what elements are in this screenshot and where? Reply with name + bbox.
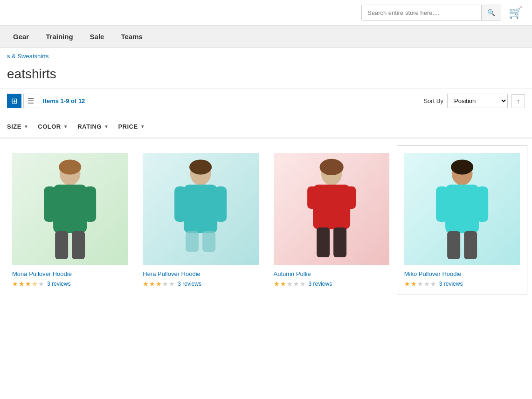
svg-rect-12 xyxy=(202,231,215,252)
svg-rect-17 xyxy=(345,186,355,209)
sort-direction-button[interactable]: ↑ xyxy=(511,94,525,108)
stars-hera: ★ ★ ★ ★ ★ xyxy=(143,280,175,288)
rating-chevron-icon: ▼ xyxy=(104,124,109,129)
product-image-hera[interactable] xyxy=(143,153,258,265)
size-chevron-icon: ▼ xyxy=(24,124,28,129)
items-total: 12 xyxy=(78,97,85,104)
product-card-miko: Miko Pullover Hoodie ★ ★ ★ ★ ★ 3 reviews xyxy=(397,145,527,295)
filter-size-button[interactable]: SIZE ▼ xyxy=(7,120,38,133)
toolbar-left: ⊞ ☰ Items 1-9 of 12 xyxy=(7,94,85,108)
svg-point-13 xyxy=(189,159,212,174)
nav-item-gear[interactable]: Gear xyxy=(5,26,37,48)
svg-rect-18 xyxy=(317,227,330,257)
sort-select[interactable]: Position Name Price xyxy=(447,94,508,108)
price-chevron-icon: ▼ xyxy=(140,124,145,129)
sort-label: Sort By xyxy=(423,97,443,104)
svg-rect-5 xyxy=(72,231,85,259)
items-count: Items 1-9 of 12 xyxy=(43,97,85,104)
nav-item-training[interactable]: Training xyxy=(37,26,81,48)
reviews-link-mona[interactable]: 3 reviews xyxy=(47,281,71,287)
view-grid-button[interactable]: ⊞ xyxy=(7,94,21,108)
stars-autumn: ★ ★ ★ ★ ★ xyxy=(274,280,306,288)
product-rating-miko: ★ ★ ★ ★ ★ 3 reviews xyxy=(404,280,520,288)
product-name-autumn[interactable]: Autumn Pullie xyxy=(274,270,389,277)
toolbar: ⊞ ☰ Items 1-9 of 12 Sort By Position Nam… xyxy=(0,89,532,113)
reviews-link-autumn[interactable]: 3 reviews xyxy=(309,281,332,287)
svg-rect-23 xyxy=(436,186,448,222)
items-label-static: Items xyxy=(43,97,61,104)
search-form: 🔍 xyxy=(361,5,501,21)
cart-icon[interactable]: 🛒 xyxy=(509,6,523,19)
svg-rect-22 xyxy=(445,185,479,233)
svg-rect-15 xyxy=(313,185,350,229)
view-list-button[interactable]: ☰ xyxy=(23,94,38,108)
product-rating-hera: ★ ★ ★ ★ ★ 3 reviews xyxy=(143,280,258,288)
search-button[interactable]: 🔍 xyxy=(481,5,501,20)
svg-rect-11 xyxy=(186,231,199,252)
svg-rect-4 xyxy=(55,231,68,259)
reviews-link-miko[interactable]: 3 reviews xyxy=(439,281,463,287)
filter-rating-button[interactable]: RATING ▼ xyxy=(77,120,118,133)
svg-point-27 xyxy=(451,159,473,174)
product-card-mona: Mona Pullover Hoodie ★ ★ ★ ★ ★ 3 reviews xyxy=(5,145,135,295)
breadcrumb: s & Sweatshirts xyxy=(0,48,532,64)
svg-rect-8 xyxy=(184,185,217,233)
nav-item-teams[interactable]: Teams xyxy=(112,26,151,48)
filter-price-button[interactable]: PRICE ▼ xyxy=(118,120,154,133)
svg-rect-19 xyxy=(333,227,346,257)
product-image-mona[interactable] xyxy=(12,153,128,265)
svg-point-20 xyxy=(319,159,343,175)
filter-color-button[interactable]: COLOR ▼ xyxy=(38,120,77,133)
view-toggle: ⊞ ☰ xyxy=(7,94,38,108)
svg-rect-9 xyxy=(174,186,187,222)
nav-item-sale[interactable]: Sale xyxy=(82,26,113,48)
product-name-miko[interactable]: Miko Pullover Hoodie xyxy=(404,270,520,277)
product-card-hera: Hera Pullover Hoodie ★ ★ ★ ★ ★ 3 reviews xyxy=(135,145,266,295)
svg-rect-16 xyxy=(307,186,318,209)
product-rating-mona: ★ ★ ★ ★ ★ 3 reviews xyxy=(12,280,128,288)
color-chevron-icon: ▼ xyxy=(63,124,68,129)
stars-mona: ★ ★ ★ ★ ★ xyxy=(12,280,44,288)
product-image-autumn[interactable] xyxy=(274,153,389,265)
svg-rect-3 xyxy=(84,186,97,222)
filter-bar: SIZE ▼ COLOR ▼ RATING ▼ PRICE ▼ xyxy=(0,116,532,138)
reviews-link-hera[interactable]: 3 reviews xyxy=(178,281,201,287)
items-of-label: of xyxy=(69,97,78,104)
main-nav: Gear Training Sale Teams xyxy=(0,25,532,48)
toolbar-right: Sort By Position Name Price ↑ xyxy=(423,94,525,108)
product-image-miko[interactable] xyxy=(404,153,520,265)
page-title: eatshirts xyxy=(0,64,532,89)
search-input[interactable] xyxy=(362,6,481,20)
svg-rect-10 xyxy=(215,186,227,222)
stars-miko: ★ ★ ★ ★ ★ xyxy=(404,280,436,288)
product-name-hera[interactable]: Hera Pullover Hoodie xyxy=(143,270,258,277)
svg-rect-24 xyxy=(476,186,488,222)
product-name-mona[interactable]: Mona Pullover Hoodie xyxy=(12,270,128,277)
product-grid: Mona Pullover Hoodie ★ ★ ★ ★ ★ 3 reviews xyxy=(0,145,532,295)
svg-rect-25 xyxy=(447,231,460,259)
breadcrumb-link[interactable]: s & Sweatshirts xyxy=(7,53,49,60)
header: 🔍 🛒 xyxy=(0,0,532,25)
svg-point-6 xyxy=(59,159,81,174)
svg-rect-1 xyxy=(53,185,87,233)
svg-rect-2 xyxy=(44,186,56,222)
product-card-autumn: Autumn Pullie ★ ★ ★ ★ ★ 3 reviews xyxy=(266,145,397,295)
product-rating-autumn: ★ ★ ★ ★ ★ 3 reviews xyxy=(274,280,389,288)
svg-rect-26 xyxy=(464,231,477,259)
items-range: 1-9 xyxy=(61,97,69,104)
